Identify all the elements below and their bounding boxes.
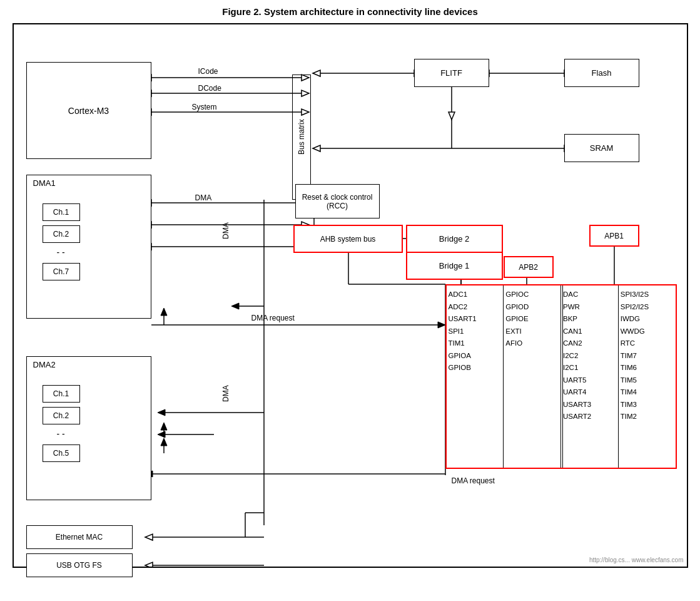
sram-label: SRAM xyxy=(590,143,614,153)
diagram-container: Cortex-M3 Flash FLITF SRAM Bus matrix IC… xyxy=(13,23,688,568)
dcode-label: DCode xyxy=(198,84,221,93)
bridge2-block: Bridge 2 xyxy=(406,225,503,253)
svg-marker-52 xyxy=(231,303,239,309)
periph-divider xyxy=(562,285,563,468)
ethernet-block: Ethernet MAC xyxy=(26,525,133,549)
dma-vert-label: DMA xyxy=(221,193,234,269)
flash-label: Flash xyxy=(592,68,612,78)
svg-marker-46 xyxy=(161,438,167,446)
svg-marker-56 xyxy=(145,562,153,567)
svg-marker-13 xyxy=(313,70,320,76)
dma1-block: DMA1 Ch.1 Ch.2 Ch.7 - - xyxy=(26,175,151,319)
peripheral-inner: ADC1 ADC2 USART1 SPI1 TIM1 GPIOA GPIOB G… xyxy=(447,285,676,468)
figure-title: Figure 2. System architecture in connect… xyxy=(6,6,694,17)
dma2-ch5: Ch.5 xyxy=(43,444,80,462)
rcc-label: Reset & clock control (RCC) xyxy=(296,193,379,210)
svg-marker-16 xyxy=(313,145,320,152)
bus-matrix-block: Bus matrix xyxy=(292,74,311,200)
svg-marker-40 xyxy=(161,308,167,316)
bridge1-block: Bridge 1 xyxy=(406,252,503,280)
usb-label: USB OTG FS xyxy=(56,561,102,570)
sram-block: SRAM xyxy=(564,134,639,162)
flash-block: Flash xyxy=(564,59,639,87)
periph-apb1-col2: SPI3/I2S SPI2/I2S IWDG WWDG RTC TIM7 TIM… xyxy=(619,285,676,468)
periph-apb2-col1: ADC1 ADC2 USART1 SPI1 TIM1 GPIOA GPIOB xyxy=(447,285,504,468)
dma2-block: DMA2 Ch.1 Ch.2 Ch.5 - - xyxy=(26,356,151,500)
dma-vert-label-2: DMA xyxy=(221,356,234,431)
ethernet-label: Ethernet MAC xyxy=(56,533,103,542)
svg-marker-19 xyxy=(449,112,455,120)
svg-marker-60 xyxy=(158,409,165,416)
bus-matrix-label: Bus matrix xyxy=(297,120,306,155)
ahb-block: AHB system bus xyxy=(293,225,403,253)
periph-apb1-col1: DAC PWR BKP CAN1 CAN2 I2C2 I2C1 UART5 UA… xyxy=(561,285,619,468)
dma1-label: DMA1 xyxy=(33,178,56,188)
apb1-label: APB1 xyxy=(604,232,624,240)
cortex-m3-block: Cortex-M3 xyxy=(26,62,151,159)
rcc-block: Reset & clock control (RCC) xyxy=(295,184,380,218)
dma1-ch1: Ch.1 xyxy=(43,203,80,221)
bridge2-label: Bridge 2 xyxy=(439,234,469,244)
periph-apb2-col2: GPIOC GPIOD GPIOE EXTI AFIO xyxy=(504,285,561,468)
dma2-dots: - - xyxy=(57,429,65,439)
cortex-m3-label: Cortex-M3 xyxy=(68,106,109,116)
svg-marker-38 xyxy=(438,322,445,328)
dma2-ch2: Ch.2 xyxy=(43,407,80,424)
dma1-dots: - - xyxy=(57,247,65,257)
apb2-label: APB2 xyxy=(519,263,538,272)
system-label: System xyxy=(192,103,217,111)
flitf-label: FLITF xyxy=(440,68,462,78)
dma1-ch2: Ch.2 xyxy=(43,225,80,243)
page: Figure 2. System architecture in connect… xyxy=(0,0,700,601)
dma1-ch7: Ch.7 xyxy=(43,263,80,280)
dma2-label: DMA2 xyxy=(33,360,56,369)
dma2-ch1: Ch.1 xyxy=(43,385,80,403)
usb-block: USB OTG FS xyxy=(26,553,133,577)
apb2-block: APB2 xyxy=(504,256,554,278)
dma-request-label-2: DMA request xyxy=(452,476,495,485)
svg-marker-44 xyxy=(161,423,167,430)
dma-label-1: DMA xyxy=(195,193,212,202)
dma-request-label-1: DMA request xyxy=(251,314,295,322)
ahb-label: AHB system bus xyxy=(320,235,376,244)
watermark: http://blog.cs... www.elecfans.com xyxy=(589,557,684,563)
bridge1-label: Bridge 1 xyxy=(439,261,469,270)
apb1-block: APB1 xyxy=(589,225,639,247)
svg-marker-62 xyxy=(158,431,165,438)
svg-marker-54 xyxy=(145,534,153,540)
icode-label: ICode xyxy=(198,67,218,76)
peripheral-block: ADC1 ADC2 USART1 SPI1 TIM1 GPIOA GPIOB G… xyxy=(445,284,677,469)
flitf-block: FLITF xyxy=(414,59,489,87)
